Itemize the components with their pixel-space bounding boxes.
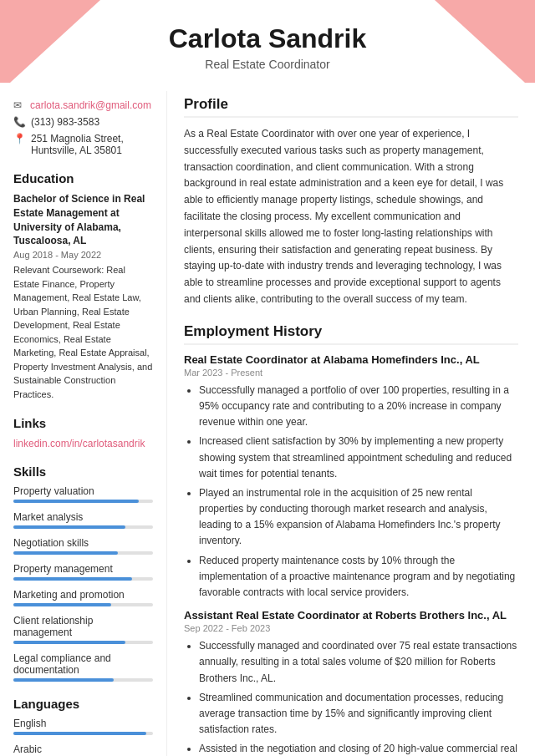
- linkedin-link[interactable]: linkedin.com/in/carlotasandrik: [13, 438, 145, 449]
- job-bullet: Successfully managed a portfolio of over…: [199, 383, 518, 431]
- job-bullets: Successfully managed and coordinated ove…: [184, 638, 518, 756]
- job-dates: Mar 2023 - Present: [184, 368, 518, 378]
- languages-title: Languages: [13, 697, 153, 711]
- job-entry: Real Estate Coordinator at Alabama Homef…: [184, 353, 518, 601]
- skill-bar-bg: [13, 641, 153, 644]
- skill-bar-fill: [13, 577, 132, 581]
- skill-bar-fill: [13, 551, 118, 555]
- address: 251 Magnolia Street, Huntsville, AL 3580…: [31, 133, 124, 156]
- links-title: Links: [13, 416, 153, 430]
- skill-bar-bg: [13, 678, 153, 682]
- language-bar-fill: [13, 732, 146, 735]
- phone-number: (313) 983-3583: [31, 116, 99, 128]
- job-bullet: Reduced property maintenance costs by 10…: [199, 553, 518, 601]
- phone-icon: 📞: [13, 116, 26, 128]
- skill-item: Property management: [13, 563, 153, 581]
- skill-label: Property management: [13, 563, 153, 575]
- skill-bar-bg: [13, 500, 153, 503]
- skill-item: Legal compliance and documentation: [13, 652, 153, 682]
- languages-section: Languages English Arabic: [13, 697, 153, 756]
- skill-bar-fill: [13, 525, 125, 529]
- skill-label: Property valuation: [13, 485, 153, 497]
- skill-bar-bg: [13, 551, 153, 555]
- profile-section: Profile As a Real Estate Coordinator wit…: [184, 96, 518, 308]
- job-bullet: Increased client satisfaction by 30% by …: [199, 434, 518, 482]
- skill-bar-fill: [13, 500, 139, 503]
- education-degree: Bachelor of Science in Real Estate Manag…: [13, 192, 153, 248]
- job-bullet: Streamlined communication and documentat…: [199, 690, 518, 738]
- job-dates: Sep 2022 - Feb 2023: [184, 623, 518, 633]
- skill-bar-bg: [13, 577, 153, 581]
- sidebar: ✉ carlota.sandrik@gmail.com 📞 (313) 983-…: [0, 91, 167, 756]
- phone-item: 📞 (313) 983-3583: [13, 116, 153, 128]
- skill-label: Legal compliance and documentation: [13, 652, 153, 676]
- location-icon: 📍: [13, 133, 26, 145]
- email-item: ✉ carlota.sandrik@gmail.com: [13, 99, 153, 111]
- address-item: 📍 251 Magnolia Street, Huntsville, AL 35…: [13, 133, 153, 156]
- skills-title: Skills: [13, 464, 153, 479]
- language-label: Arabic: [13, 743, 153, 755]
- job-bullet: Played an instrumental role in the acqui…: [199, 485, 518, 550]
- job-title: Real Estate Coordinator at Alabama Homef…: [184, 353, 518, 366]
- skill-item: Market analysis: [13, 511, 153, 529]
- job-title: Assistant Real Estate Coordinator at Rob…: [184, 609, 518, 622]
- skill-bar-bg: [13, 603, 153, 606]
- skill-item: Marketing and promotion: [13, 589, 153, 606]
- job-bullet: Successfully managed and coordinated ove…: [199, 638, 518, 687]
- skill-bar-fill: [13, 641, 125, 644]
- main-content: Profile As a Real Estate Coordinator wit…: [167, 91, 535, 756]
- skill-label: Marketing and promotion: [13, 589, 153, 601]
- email-link[interactable]: carlota.sandrik@gmail.com: [30, 99, 151, 111]
- skill-label: Market analysis: [13, 511, 153, 523]
- education-dates: Aug 2018 - May 2022: [13, 250, 153, 260]
- skills-section: Skills Property valuation Market analysi…: [13, 464, 153, 682]
- skill-bar-fill: [13, 603, 111, 606]
- jobs-list: Real Estate Coordinator at Alabama Homef…: [184, 353, 518, 756]
- job-bullets: Successfully managed a portfolio of over…: [184, 383, 518, 601]
- skill-bar-fill: [13, 678, 114, 682]
- education-coursework: Relevant Coursework: Real Estate Finance…: [13, 263, 153, 401]
- employment-title: Employment History: [184, 323, 518, 345]
- job-entry: Assistant Real Estate Coordinator at Rob…: [184, 609, 518, 756]
- skill-item: Property valuation: [13, 485, 153, 503]
- language-bar-bg: [13, 732, 153, 735]
- skills-list: Property valuation Market analysis Negot…: [13, 485, 153, 682]
- language-item: Arabic: [13, 743, 153, 756]
- skill-label: Negotiation skills: [13, 537, 153, 549]
- skill-label: Client relationship management: [13, 615, 153, 638]
- contact-section: ✉ carlota.sandrik@gmail.com 📞 (313) 983-…: [13, 99, 153, 156]
- email-icon: ✉: [13, 99, 25, 111]
- skill-item: Client relationship management: [13, 615, 153, 644]
- language-item: English: [13, 718, 153, 735]
- candidate-title: Real Estate Coordinator: [0, 58, 535, 71]
- education-section: Education Bachelor of Science in Real Es…: [13, 171, 153, 401]
- languages-list: English Arabic: [13, 718, 153, 756]
- job-bullet: Assisted in the negotiation and closing …: [199, 741, 518, 756]
- language-label: English: [13, 718, 153, 729]
- employment-section: Employment History Real Estate Coordinat…: [184, 323, 518, 756]
- candidate-name: Carlota Sandrik: [0, 23, 535, 54]
- skill-bar-bg: [13, 525, 153, 529]
- header: Carlota Sandrik Real Estate Coordinator: [0, 0, 535, 83]
- skill-item: Negotiation skills: [13, 537, 153, 555]
- body-wrap: ✉ carlota.sandrik@gmail.com 📞 (313) 983-…: [0, 83, 535, 756]
- profile-title: Profile: [184, 96, 518, 118]
- education-title: Education: [13, 171, 153, 185]
- links-section: Links linkedin.com/in/carlotasandrik: [13, 416, 153, 449]
- profile-text: As a Real Estate Coordinator with over o…: [184, 126, 518, 308]
